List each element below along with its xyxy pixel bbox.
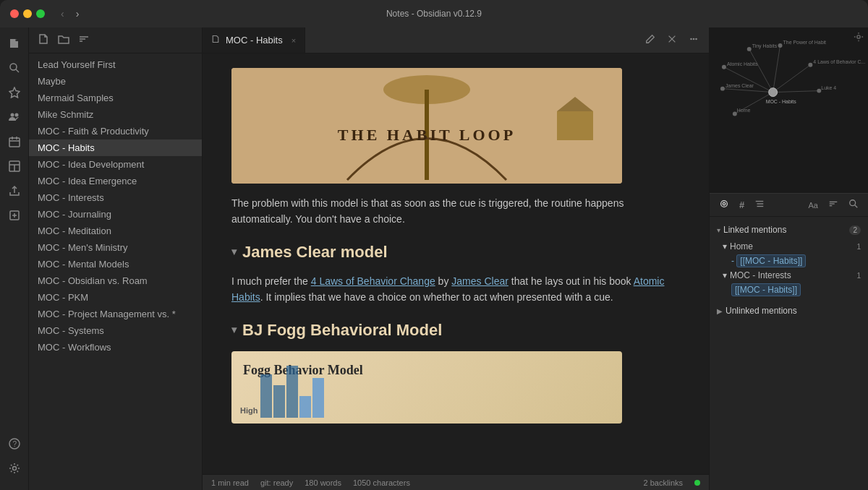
unlinked-mentions-header[interactable]: ▶ Unlinked mentions <box>717 304 861 318</box>
file-item[interactable]: MOC - Faith & Productivity <box>29 123 202 139</box>
file-item[interactable]: Mike Schmitz <box>29 106 202 123</box>
sidebar-icon-calendar[interactable] <box>4 132 25 152</box>
minimize-button[interactable] <box>23 9 32 18</box>
file-item[interactable]: MOC - Idea Emergence <box>29 173 202 189</box>
svg-point-61 <box>723 202 726 205</box>
sort-icon[interactable] <box>78 33 90 47</box>
file-item[interactable]: MOC - Men's Ministry <box>29 239 202 256</box>
backlinks-toolbar-btn[interactable] <box>715 197 733 213</box>
new-file-icon[interactable] <box>38 33 49 47</box>
svg-point-45 <box>722 65 726 69</box>
mention-item-home[interactable]: - [[MOC - Habits]] <box>731 256 861 266</box>
sidebar-icon-settings[interactable] <box>4 458 25 478</box>
active-tab[interactable]: MOC - Habits × <box>203 27 305 53</box>
fogg-model-image: Fogg Behavior Model High <box>231 351 622 424</box>
sidebar-icon-search[interactable] <box>4 58 25 78</box>
app-body: ? Lead Yourself FirstMaybeMermaid Sample… <box>0 27 868 490</box>
font-size-toolbar-btn[interactable]: Aa <box>805 199 822 212</box>
svg-point-48 <box>769 88 778 97</box>
graph-settings-icon[interactable] <box>854 32 864 44</box>
editor-area[interactable]: THE HABIT LOOP The problem with this mod… <box>203 53 709 474</box>
forward-arrow[interactable]: › <box>73 7 82 21</box>
word-count: 180 words <box>305 478 341 487</box>
file-item[interactable]: MOC - Mental Models <box>29 256 202 272</box>
file-item[interactable]: MOC - Idea Development <box>29 156 202 173</box>
sidebar-icon-starred[interactable] <box>4 82 25 103</box>
svg-rect-33 <box>557 111 593 140</box>
close-button[interactable] <box>10 9 19 18</box>
tags-toolbar-btn[interactable]: # <box>736 197 748 212</box>
file-item[interactable]: Maybe <box>29 73 202 90</box>
unlinked-mentions-label: ▶ Unlinked mentions <box>717 306 797 316</box>
edit-button[interactable] <box>641 31 660 49</box>
svg-point-27 <box>693 38 695 40</box>
toc-toolbar-btn[interactable] <box>751 197 768 213</box>
mention-group-interests-header[interactable]: ▾ MOC - Interests 1 <box>723 269 861 282</box>
char-count: 1050 characters <box>353 478 410 487</box>
mention-group-home-header[interactable]: ▾ Home 1 <box>723 240 861 253</box>
traffic-lights <box>10 9 45 18</box>
backlinks-count: 2 backlinks <box>644 478 683 487</box>
svg-point-5 <box>10 113 14 117</box>
sidebar-icon-community[interactable] <box>4 107 25 127</box>
group-chevron-interests: ▾ <box>723 270 727 280</box>
section-heading-james-clear: ▾ James Clear model <box>231 239 680 265</box>
back-arrow[interactable]: ‹ <box>58 7 67 21</box>
mention-item-interests[interactable]: [[MOC - Habits]] <box>731 285 861 295</box>
mention-link-home[interactable]: [[MOC - Habits]] <box>736 254 806 267</box>
linked-mentions-section: ▾ Linked mentions 2 ▾ Home 1 <box>717 223 861 295</box>
sort-toolbar-btn[interactable] <box>825 197 842 213</box>
linked-mentions-header[interactable]: ▾ Linked mentions 2 <box>717 223 861 237</box>
file-panel-toolbar <box>29 27 202 53</box>
link-james-clear[interactable]: James Clear <box>451 275 509 287</box>
tab-close-button[interactable]: × <box>292 36 296 45</box>
svg-text:Home: Home <box>737 108 751 113</box>
linked-mentions-count: 2 <box>849 225 861 235</box>
sidebar-icon-help[interactable]: ? <box>4 434 25 454</box>
sidebar-icon-files[interactable] <box>4 33 25 53</box>
link-4laws[interactable]: 4 Laws of Behavior Change <box>311 275 435 287</box>
graph-svg: Tiny Habits The Power of Habit Atomic Ha… <box>710 27 868 193</box>
mention-group-home: ▾ Home 1 - [[MOC - Habits]] <box>723 240 861 266</box>
file-item[interactable]: MOC - Habits <box>29 139 202 156</box>
file-item[interactable]: MOC - Journaling <box>29 206 202 223</box>
sidebar-icon-templates[interactable] <box>4 156 25 176</box>
unlinked-mentions-section: ▶ Unlinked mentions <box>717 304 861 318</box>
svg-text:The Power of Habit: The Power of Habit <box>783 40 827 45</box>
tab-bar: MOC - Habits × <box>203 27 709 53</box>
main-content: MOC - Habits × <box>203 27 709 490</box>
maximize-button[interactable] <box>36 9 45 18</box>
close-tab-button[interactable] <box>663 31 681 49</box>
mention-group-interests-label: ▾ MOC - Interests <box>723 270 791 280</box>
sidebar-icon-sync[interactable] <box>4 205 25 225</box>
file-item[interactable]: Mermaid Samples <box>29 90 202 106</box>
tab-actions <box>641 31 709 49</box>
graph-view: Tiny Habits The Power of Habit Atomic Ha… <box>710 27 868 194</box>
search-toolbar-btn[interactable] <box>845 197 862 213</box>
file-item[interactable]: MOC - Obsidian vs. Roam <box>29 272 202 289</box>
file-panel: Lead Yourself FirstMaybeMermaid SamplesM… <box>29 27 203 490</box>
file-item[interactable]: Lead Yourself First <box>29 56 202 73</box>
file-item[interactable]: MOC - Project Management vs. * <box>29 306 202 322</box>
fogg-axis-label: High <box>240 405 258 418</box>
more-options-button[interactable] <box>684 31 703 49</box>
svg-text:James Clear: James Clear <box>726 83 754 88</box>
file-item[interactable]: MOC - PKM <box>29 289 202 306</box>
paragraph-2: I much prefer the 4 Laws of Behavior Cha… <box>231 273 680 306</box>
mention-link-interests[interactable]: [[MOC - Habits]] <box>731 283 801 296</box>
new-folder-icon[interactable] <box>58 33 69 47</box>
file-item[interactable]: MOC - Interests <box>29 189 202 206</box>
file-item[interactable]: MOC - Systems <box>29 322 202 339</box>
svg-text:MOC - Habits: MOC - Habits <box>766 99 797 104</box>
collapse-arrow-1[interactable]: ▾ <box>231 244 237 259</box>
sidebar-icon-publish[interactable] <box>4 181 25 201</box>
navigation-arrows: ‹ › <box>58 7 82 21</box>
unlinked-mentions-chevron: ▶ <box>717 307 723 315</box>
titlebar: ‹ › Notes - Obsidian v0.12.9 <box>0 0 868 27</box>
mention-group-home-count: 1 <box>856 243 861 251</box>
collapse-arrow-2[interactable]: ▾ <box>231 322 237 338</box>
file-item[interactable]: MOC - Workflows <box>29 339 202 356</box>
svg-point-2 <box>10 64 17 70</box>
file-item[interactable]: MOC - Meditation <box>29 223 202 239</box>
svg-text:Tiny Habits: Tiny Habits <box>752 43 778 49</box>
